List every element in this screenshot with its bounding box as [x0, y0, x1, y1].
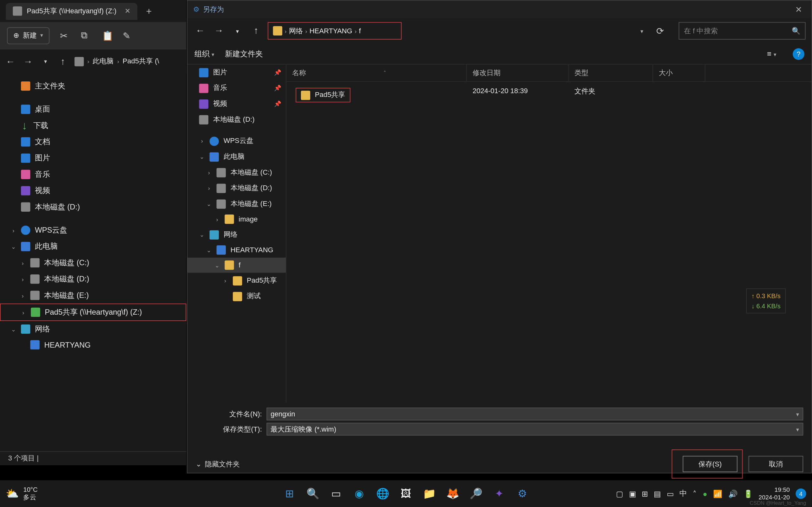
tree-image[interactable]: ›image: [188, 212, 286, 227]
dialog-nav: ← → ▾ ↑ › 网络 › HEARTYANG › f ▾ ⟳ 在 f 中搜索…: [188, 18, 811, 44]
tree-wps[interactable]: ›WPS云盘: [188, 133, 286, 149]
tree-disk-c[interactable]: ›本地磁盘 (C:): [0, 255, 186, 271]
tree-this-pc[interactable]: ⌄此电脑: [188, 149, 286, 165]
video-icon: [21, 186, 30, 195]
col-name[interactable]: 名称˄: [287, 65, 467, 81]
tab-active[interactable]: Pad5共享 (\\Heartyang\f) (Z:) ✕: [6, 3, 137, 19]
toolbar: ⊕ 新建 ▾ ✂ ⧉ 📋 ✎: [0, 22, 186, 49]
tree-videos[interactable]: 视频: [0, 182, 186, 199]
tray-app-icon[interactable]: ▤: [654, 489, 661, 498]
tree-disk-e[interactable]: ⌄本地磁盘 (E:): [188, 196, 286, 212]
tree-downloads[interactable]: ⭣下载: [0, 118, 186, 134]
tray-app-icon[interactable]: ▣: [629, 489, 636, 498]
new-tab-button[interactable]: ＋: [144, 5, 154, 17]
tray-chevron-icon[interactable]: ˄: [693, 489, 697, 498]
tree-heartyang[interactable]: ⌄HEARTYANG: [188, 242, 286, 258]
tree-disk-d[interactable]: 本地磁盘 (D:): [0, 199, 186, 215]
tree-disk-d[interactable]: 本地磁盘 (D:): [188, 112, 286, 127]
settings-icon[interactable]: ⚙: [513, 485, 532, 503]
tree-test[interactable]: 测试: [188, 288, 286, 304]
tree-pictures[interactable]: 图片: [0, 150, 186, 166]
copy-icon[interactable]: ⧉: [81, 30, 91, 41]
col-size[interactable]: 大小: [653, 65, 705, 81]
battery-icon[interactable]: 🔋: [744, 489, 753, 498]
music-icon: [21, 170, 30, 179]
tree-pad5[interactable]: ›Pad5共享: [188, 273, 286, 289]
hide-folders-toggle[interactable]: ⌄隐藏文件夹: [196, 459, 240, 469]
rename-icon[interactable]: ✎: [123, 30, 133, 41]
tree-disk-d2[interactable]: ›本地磁盘 (D:): [188, 180, 286, 196]
chevron-down-icon[interactable]: ▾: [231, 27, 245, 34]
tree-network[interactable]: ⌄网络: [0, 321, 186, 337]
search-input[interactable]: 在 f 中搜索 🔍: [679, 22, 806, 40]
close-tab-icon[interactable]: ✕: [125, 7, 131, 15]
tree-wps[interactable]: ›WPS云盘: [0, 222, 186, 238]
search-icon[interactable]: 🔍: [304, 485, 322, 503]
view-mode-button[interactable]: ≡ ▾: [767, 49, 776, 58]
volume-icon[interactable]: 🔊: [728, 489, 738, 498]
cut-icon[interactable]: ✂: [60, 30, 70, 41]
tree-home[interactable]: 主文件夹: [0, 78, 186, 94]
tree-f-folder[interactable]: ⌄f: [188, 258, 286, 273]
tree-desktop[interactable]: 桌面: [0, 101, 186, 117]
filename-input[interactable]: gengxin▾: [266, 407, 803, 420]
help-icon[interactable]: ?: [793, 48, 804, 60]
breadcrumb[interactable]: › 此电脑 › Pad5共享 (\: [74, 56, 159, 66]
back-icon[interactable]: ←: [193, 26, 207, 36]
clock[interactable]: 19:50 2024-01-20: [759, 487, 790, 501]
tree-disk-c[interactable]: ›本地磁盘 (C:): [188, 164, 286, 180]
new-folder-button[interactable]: 新建文件夹: [225, 49, 263, 59]
back-icon[interactable]: ←: [5, 56, 16, 66]
col-type[interactable]: 类型: [569, 65, 653, 81]
tree-disk-d2[interactable]: ›本地磁盘 (D:): [0, 271, 186, 287]
cancel-button[interactable]: 取消: [749, 456, 803, 472]
everything-icon[interactable]: 🔎: [467, 485, 485, 503]
tree-network[interactable]: ⌄网络: [188, 227, 286, 243]
forward-icon[interactable]: →: [22, 56, 34, 66]
filetype-select[interactable]: 最大压缩映像 (*.wim)▾: [266, 423, 803, 435]
path-dropdown-icon[interactable]: ▾: [637, 27, 647, 34]
tree-music[interactable]: 音乐📌: [188, 80, 286, 96]
new-button[interactable]: ⊕ 新建 ▾: [7, 27, 49, 44]
chevron-down-icon[interactable]: ▾: [796, 411, 799, 417]
tree-music[interactable]: 音乐: [0, 166, 186, 182]
list-row[interactable]: Pad5共享 2024-01-20 18:39 文件夹: [287, 82, 811, 108]
explorer-icon[interactable]: 📁: [420, 485, 439, 503]
up-icon[interactable]: ↑: [57, 56, 69, 66]
tray-app-icon[interactable]: ▭: [667, 489, 674, 498]
path-box[interactable]: › 网络 › HEARTYANG › f: [268, 22, 402, 40]
disk-icon: [30, 274, 39, 284]
photos-icon[interactable]: 🖼: [397, 485, 415, 503]
edge-icon[interactable]: ◉: [350, 485, 369, 503]
dialog-title-bar: ⚙ 另存为 ✕: [188, 1, 811, 18]
up-icon[interactable]: ↑: [249, 26, 263, 36]
tree-videos[interactable]: 视频📌: [188, 96, 286, 112]
app-icon[interactable]: 🦊: [443, 485, 462, 503]
app-icon-2[interactable]: ✦: [490, 485, 508, 503]
col-date[interactable]: 修改日期: [467, 65, 569, 81]
chevron-down-icon[interactable]: ▾: [796, 426, 799, 432]
save-button[interactable]: 保存(S): [682, 456, 737, 472]
paste-icon[interactable]: 📋: [102, 30, 112, 41]
tray-app-icon[interactable]: ⊞: [642, 489, 648, 498]
tray-app-icon[interactable]: ▢: [616, 489, 623, 498]
tray-app-icon[interactable]: ●: [703, 489, 707, 498]
weather-widget[interactable]: ⛅ 10°C 多云: [6, 487, 38, 501]
start-icon[interactable]: ⊞: [281, 485, 299, 503]
task-view-icon[interactable]: ▭: [327, 485, 345, 503]
wifi-icon[interactable]: 📶: [713, 489, 722, 498]
ime-indicator[interactable]: 中: [679, 488, 687, 499]
tree-pad5-drive[interactable]: ›Pad5共享 (\\Heartyang\f) (Z:): [0, 303, 186, 321]
chevron-down-icon[interactable]: ▾: [40, 58, 51, 65]
forward-icon[interactable]: →: [212, 26, 226, 36]
tree-pictures[interactable]: 图片📌: [188, 65, 286, 80]
tree-documents[interactable]: 文档: [0, 134, 186, 150]
tree-disk-e[interactable]: ›本地磁盘 (E:): [0, 287, 186, 303]
browser-icon[interactable]: 🌐: [373, 485, 392, 503]
close-icon[interactable]: ✕: [792, 5, 806, 14]
organize-button[interactable]: 组织 ▾: [194, 49, 215, 59]
tree-this-pc[interactable]: ⌄此电脑: [0, 238, 186, 255]
tree-heartyang[interactable]: HEARTYANG: [0, 337, 186, 352]
notification-badge[interactable]: 4: [796, 488, 806, 499]
refresh-icon[interactable]: ⟳: [652, 25, 668, 37]
